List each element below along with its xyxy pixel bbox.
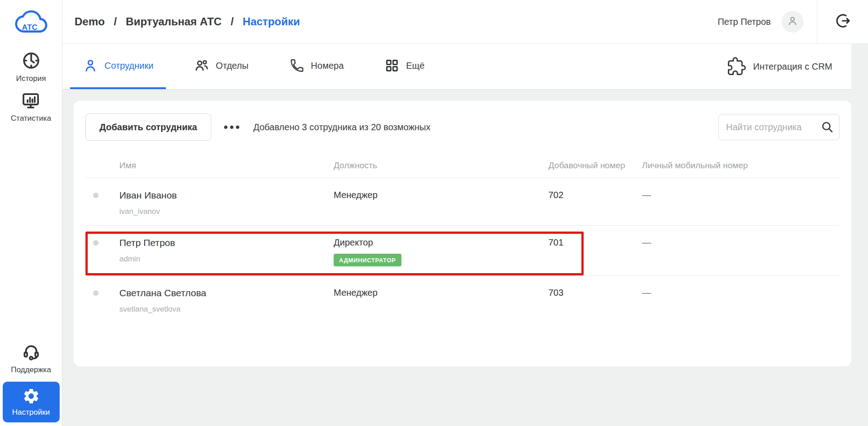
tab-label: Номера [311, 61, 344, 71]
breadcrumb-item-settings[interactable]: Настройки [243, 15, 300, 28]
gear-icon [22, 387, 40, 405]
table-row[interactable]: Петр Петров admin Директор АДМИНИСТРАТОР… [85, 226, 840, 276]
employee-login: ivan_ivanov [119, 207, 334, 216]
employee-name: Петр Петров [119, 237, 334, 248]
column-header-extension: Добавочный номер [548, 160, 642, 171]
sidebar-item-support[interactable]: Поддержка [11, 342, 51, 374]
avatar-person-icon [786, 14, 799, 29]
employee-extension: 701 [548, 237, 642, 248]
breadcrumb: Demo / Виртуальная АТС / Настройки [75, 15, 300, 28]
status-dot [93, 290, 99, 296]
headset-icon [21, 342, 41, 362]
cloud-atc-icon: АТС [14, 31, 48, 38]
sidebar-item-statistics[interactable]: Статистика [11, 90, 51, 123]
person-icon [83, 58, 98, 73]
more-options-icon[interactable]: ••• [224, 121, 241, 133]
employee-mobile: — [642, 190, 840, 200]
column-header-name: Имя [119, 160, 334, 171]
employee-login: svetlana_svetlova [119, 305, 334, 314]
crm-label: Интеграция с CRM [753, 62, 832, 72]
header-right: Петр Петров [717, 0, 868, 43]
people-icon [194, 58, 209, 73]
avatar[interactable] [782, 11, 803, 33]
crm-integration-button[interactable]: Интеграция с CRM [727, 44, 832, 89]
employee-mobile: — [642, 288, 840, 298]
status-dot [93, 193, 99, 198]
table-row[interactable]: Светлана Светлова svetlana_svetlova Мене… [85, 276, 840, 323]
employee-cell: Петр Петров admin [119, 237, 334, 264]
tab-numbers[interactable]: Номера [277, 44, 357, 89]
sidebar-item-label: История [16, 74, 46, 83]
tab-label: Сотрудники [104, 61, 153, 71]
employee-login: admin [119, 255, 334, 264]
main-column: Demo / Виртуальная АТС / Настройки Петр … [62, 0, 868, 426]
column-header-mobile: Личный мобильный номер [642, 160, 840, 171]
svg-text:АТС: АТС [22, 23, 37, 32]
tab-label: Ещё [406, 61, 425, 71]
sidebar: АТС История Статисти [0, 0, 62, 426]
employee-name: Иван Иванов [119, 190, 334, 201]
employee-role: Директор [334, 237, 548, 248]
sidebar-item-label: Статистика [11, 114, 51, 123]
status-dot [93, 240, 99, 246]
puzzle-icon [727, 57, 746, 76]
sidebar-item-settings[interactable]: Настройки [3, 382, 60, 422]
statistics-monitor-icon [21, 90, 41, 110]
employee-role-cell: Директор АДМИНИСТРАТОР [334, 237, 548, 266]
employees-card: Добавить сотрудника ••• Добавлено 3 сотр… [74, 101, 851, 366]
phone-icon [289, 58, 305, 73]
content-area: Добавить сотрудника ••• Добавлено 3 сотр… [62, 90, 868, 426]
employee-role: Менеджер [334, 190, 548, 200]
grid-icon [384, 58, 400, 73]
search-box [718, 114, 840, 140]
breadcrumb-separator: / [114, 15, 117, 28]
breadcrumb-separator: / [231, 15, 234, 28]
clock-icon [21, 51, 41, 71]
employee-mobile: — [642, 237, 840, 248]
tab-label: Отделы [216, 61, 248, 71]
employee-extension: 703 [548, 288, 642, 298]
sidebar-item-history[interactable]: История [16, 51, 46, 83]
tab-employees[interactable]: Сотрудники [70, 44, 166, 89]
breadcrumb-item-vats[interactable]: Виртуальная АТС [126, 15, 222, 28]
breadcrumb-item-demo[interactable]: Demo [75, 15, 105, 28]
employee-name: Светлана Светлова [119, 288, 334, 298]
tab-bar: Сотрудники Отделы [62, 44, 851, 90]
sidebar-item-label: Поддержка [11, 365, 51, 374]
app-window: АТС История Статисти [0, 0, 868, 426]
column-header-role: Должность [334, 160, 548, 171]
employees-count-text: Добавлено 3 сотрудника из 20 возможных [253, 122, 430, 133]
logout-icon [834, 12, 851, 31]
toolbar: Добавить сотрудника ••• Добавлено 3 сотр… [85, 114, 840, 141]
table-header: Имя Должность Добавочный номер Личный мо… [85, 160, 840, 178]
header: Demo / Виртуальная АТС / Настройки Петр … [62, 0, 868, 44]
administrator-badge: АДМИНИСТРАТОР [334, 254, 401, 266]
add-employee-button[interactable]: Добавить сотрудника [85, 114, 211, 141]
employee-cell: Светлана Светлова svetlana_svetlova [119, 288, 334, 314]
tab-more[interactable]: Ещё [372, 44, 437, 89]
employee-extension: 702 [548, 190, 642, 200]
atc-logo[interactable]: АТС [14, 5, 48, 37]
employee-role: Менеджер [334, 288, 548, 298]
employee-cell: Иван Иванов ivan_ivanov [119, 190, 334, 216]
sidebar-item-label: Настройки [12, 408, 50, 417]
table-row[interactable]: Иван Иванов ivan_ivanov Менеджер 702 — [85, 178, 840, 226]
user-name: Петр Петров [717, 17, 771, 27]
logout-button[interactable] [817, 0, 868, 43]
search-icon[interactable] [821, 120, 834, 134]
tab-departments[interactable]: Отделы [181, 44, 261, 89]
